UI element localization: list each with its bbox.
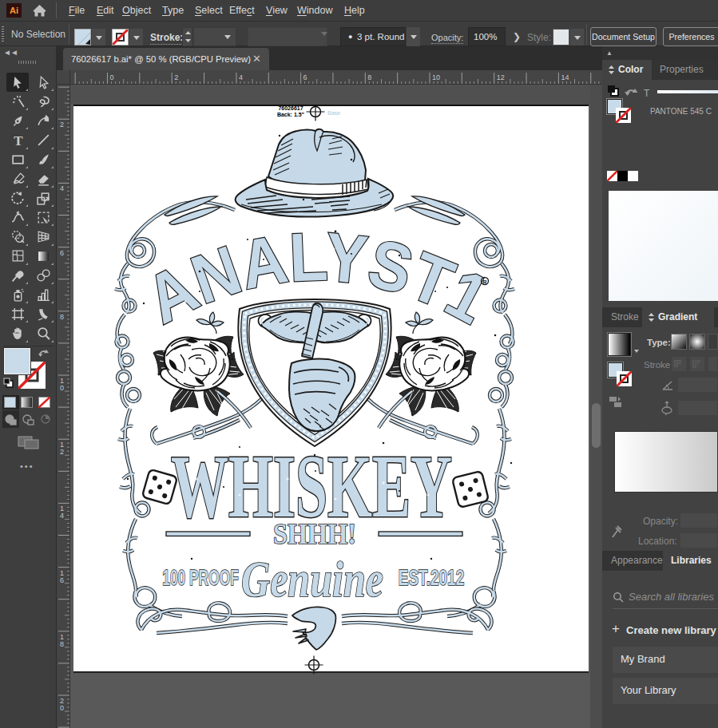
svg-text:T: T xyxy=(14,133,22,148)
svg-text:2: 2 xyxy=(60,448,64,456)
svg-text:76026617: 76026617 xyxy=(278,105,303,111)
svg-text:6: 6 xyxy=(60,249,64,257)
svg-text:2: 2 xyxy=(60,121,64,129)
svg-text:6: 6 xyxy=(303,73,307,81)
svg-text:14: 14 xyxy=(561,73,569,81)
svg-text:EST.2012: EST.2012 xyxy=(399,564,465,590)
svg-text:12: 12 xyxy=(497,73,505,81)
svg-text:2: 2 xyxy=(174,73,178,81)
svg-text:8: 8 xyxy=(60,640,64,648)
svg-text:10: 10 xyxy=(432,73,440,81)
svg-text:0: 0 xyxy=(110,73,114,81)
svg-text:100 PROOF: 100 PROOF xyxy=(162,565,238,590)
svg-text:4: 4 xyxy=(239,73,243,81)
svg-text:Back: 1.5”: Back: 1.5” xyxy=(277,112,304,117)
svg-text:6: 6 xyxy=(60,576,64,584)
svg-text:0: 0 xyxy=(60,704,64,712)
svg-text:Base: Base xyxy=(327,110,340,116)
svg-text:8: 8 xyxy=(367,73,371,81)
svg-text:R: R xyxy=(482,279,486,285)
svg-text:Genuine: Genuine xyxy=(241,551,383,607)
svg-text:0: 0 xyxy=(60,384,64,392)
svg-text:4: 4 xyxy=(60,184,64,192)
svg-text:8: 8 xyxy=(60,313,64,321)
svg-text:4: 4 xyxy=(60,512,64,520)
svg-text:SHHH!: SHHH! xyxy=(273,518,356,550)
